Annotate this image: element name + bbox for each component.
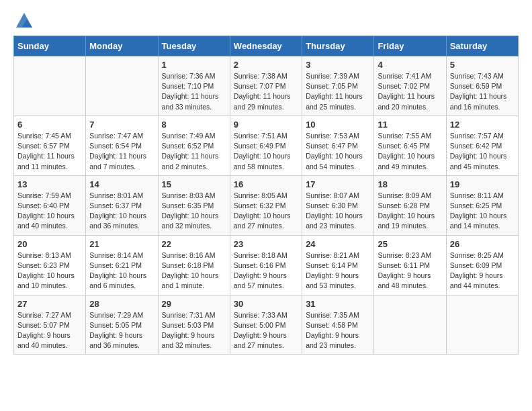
day-info: Sunrise: 8:11 AM Sunset: 6:25 PM Dayligh… — [450, 191, 515, 232]
calendar-cell: 27Sunrise: 7:27 AM Sunset: 5:07 PM Dayli… — [14, 295, 86, 355]
day-info: Sunrise: 7:47 AM Sunset: 6:54 PM Dayligh… — [89, 131, 154, 172]
calendar-cell: 13Sunrise: 7:59 AM Sunset: 6:40 PM Dayli… — [14, 175, 86, 235]
day-number: 30 — [234, 299, 298, 309]
day-header-friday: Friday — [374, 36, 446, 56]
calendar-cell: 14Sunrise: 8:01 AM Sunset: 6:37 PM Dayli… — [86, 175, 158, 235]
day-number: 11 — [378, 120, 442, 130]
calendar-cell — [86, 56, 158, 116]
day-info: Sunrise: 8:16 AM Sunset: 6:18 PM Dayligh… — [162, 250, 226, 291]
calendar-cell: 28Sunrise: 7:29 AM Sunset: 5:05 PM Dayli… — [86, 295, 158, 355]
calendar-cell: 8Sunrise: 7:49 AM Sunset: 6:52 PM Daylig… — [158, 116, 230, 175]
calendar-cell: 29Sunrise: 7:31 AM Sunset: 5:03 PM Dayli… — [158, 295, 230, 355]
day-info: Sunrise: 7:35 AM Sunset: 4:58 PM Dayligh… — [306, 310, 370, 351]
calendar-cell: 31Sunrise: 7:35 AM Sunset: 4:58 PM Dayli… — [302, 295, 374, 355]
day-number: 2 — [234, 60, 298, 70]
day-number: 7 — [89, 120, 154, 130]
day-info: Sunrise: 8:21 AM Sunset: 6:14 PM Dayligh… — [306, 250, 370, 291]
day-info: Sunrise: 7:33 AM Sunset: 5:00 PM Dayligh… — [234, 310, 298, 351]
calendar-cell — [374, 295, 446, 355]
calendar-cell: 23Sunrise: 8:18 AM Sunset: 6:16 PM Dayli… — [230, 235, 302, 295]
day-info: Sunrise: 8:03 AM Sunset: 6:35 PM Dayligh… — [162, 191, 226, 232]
week-row-4: 20Sunrise: 8:13 AM Sunset: 6:23 PM Dayli… — [14, 235, 519, 295]
day-number: 8 — [162, 120, 226, 130]
day-number: 13 — [17, 179, 82, 189]
day-info: Sunrise: 7:57 AM Sunset: 6:42 PM Dayligh… — [450, 131, 515, 172]
day-header-wednesday: Wednesday — [230, 36, 302, 56]
day-info: Sunrise: 7:27 AM Sunset: 5:07 PM Dayligh… — [17, 310, 82, 351]
calendar-cell: 6Sunrise: 7:45 AM Sunset: 6:57 PM Daylig… — [14, 116, 86, 175]
day-number: 17 — [306, 179, 370, 189]
day-number: 26 — [450, 239, 515, 249]
day-number: 10 — [306, 120, 370, 130]
calendar-cell: 5Sunrise: 7:43 AM Sunset: 6:59 PM Daylig… — [446, 56, 518, 116]
day-number: 24 — [306, 239, 370, 249]
day-number: 12 — [450, 120, 515, 130]
day-number: 25 — [378, 239, 442, 249]
calendar-cell: 15Sunrise: 8:03 AM Sunset: 6:35 PM Dayli… — [158, 175, 230, 235]
day-info: Sunrise: 7:53 AM Sunset: 6:47 PM Dayligh… — [306, 131, 370, 172]
day-info: Sunrise: 7:36 AM Sunset: 7:10 PM Dayligh… — [162, 71, 226, 112]
day-info: Sunrise: 7:51 AM Sunset: 6:49 PM Dayligh… — [234, 131, 298, 172]
day-number: 15 — [162, 179, 226, 189]
calendar-cell — [446, 295, 518, 355]
day-info: Sunrise: 7:49 AM Sunset: 6:52 PM Dayligh… — [162, 131, 226, 172]
calendar-cell: 24Sunrise: 8:21 AM Sunset: 6:14 PM Dayli… — [302, 235, 374, 295]
day-header-saturday: Saturday — [446, 36, 518, 56]
calendar-cell: 26Sunrise: 8:25 AM Sunset: 6:09 PM Dayli… — [446, 235, 518, 295]
day-info: Sunrise: 7:43 AM Sunset: 6:59 PM Dayligh… — [450, 71, 515, 112]
week-row-3: 13Sunrise: 7:59 AM Sunset: 6:40 PM Dayli… — [14, 175, 519, 235]
day-header-tuesday: Tuesday — [158, 36, 230, 56]
day-info: Sunrise: 7:38 AM Sunset: 7:07 PM Dayligh… — [234, 71, 298, 112]
day-info: Sunrise: 8:13 AM Sunset: 6:23 PM Dayligh… — [17, 250, 82, 291]
day-info: Sunrise: 8:14 AM Sunset: 6:21 PM Dayligh… — [89, 250, 154, 291]
day-number: 18 — [378, 179, 442, 189]
day-number: 27 — [17, 299, 82, 309]
calendar-cell: 4Sunrise: 7:41 AM Sunset: 7:02 PM Daylig… — [374, 56, 446, 116]
day-number: 16 — [234, 179, 298, 189]
day-number: 21 — [89, 239, 154, 249]
day-number: 23 — [234, 239, 298, 249]
calendar-table: SundayMondayTuesdayWednesdayThursdayFrid… — [13, 36, 519, 355]
calendar-cell: 21Sunrise: 8:14 AM Sunset: 6:21 PM Dayli… — [86, 235, 158, 295]
logo-icon — [15, 10, 34, 29]
day-info: Sunrise: 8:09 AM Sunset: 6:28 PM Dayligh… — [378, 191, 442, 232]
calendar-cell: 9Sunrise: 7:51 AM Sunset: 6:49 PM Daylig… — [230, 116, 302, 175]
day-info: Sunrise: 7:45 AM Sunset: 6:57 PM Dayligh… — [17, 131, 82, 172]
day-info: Sunrise: 8:23 AM Sunset: 6:11 PM Dayligh… — [378, 250, 442, 291]
logo — [13, 13, 34, 29]
day-info: Sunrise: 7:55 AM Sunset: 6:45 PM Dayligh… — [378, 131, 442, 172]
day-number: 9 — [234, 120, 298, 130]
day-number: 28 — [89, 299, 154, 309]
day-number: 14 — [89, 179, 154, 189]
calendar-cell: 30Sunrise: 7:33 AM Sunset: 5:00 PM Dayli… — [230, 295, 302, 355]
day-info: Sunrise: 7:31 AM Sunset: 5:03 PM Dayligh… — [162, 310, 226, 351]
day-info: Sunrise: 8:05 AM Sunset: 6:32 PM Dayligh… — [234, 191, 298, 232]
day-info: Sunrise: 8:01 AM Sunset: 6:37 PM Dayligh… — [89, 191, 154, 232]
calendar-cell: 19Sunrise: 8:11 AM Sunset: 6:25 PM Dayli… — [446, 175, 518, 235]
day-info: Sunrise: 7:39 AM Sunset: 7:05 PM Dayligh… — [306, 71, 370, 112]
calendar-cell: 11Sunrise: 7:55 AM Sunset: 6:45 PM Dayli… — [374, 116, 446, 175]
day-info: Sunrise: 7:59 AM Sunset: 6:40 PM Dayligh… — [17, 191, 82, 232]
day-number: 3 — [306, 60, 370, 70]
day-number: 4 — [378, 60, 442, 70]
calendar-cell — [14, 56, 86, 116]
calendar-cell: 22Sunrise: 8:16 AM Sunset: 6:18 PM Dayli… — [158, 235, 230, 295]
page-header — [13, 13, 519, 29]
day-number: 29 — [162, 299, 226, 309]
day-number: 20 — [17, 239, 82, 249]
header-row: SundayMondayTuesdayWednesdayThursdayFrid… — [14, 36, 519, 56]
day-number: 5 — [450, 60, 515, 70]
day-header-sunday: Sunday — [14, 36, 86, 56]
day-number: 6 — [17, 120, 82, 130]
week-row-5: 27Sunrise: 7:27 AM Sunset: 5:07 PM Dayli… — [14, 295, 519, 355]
day-info: Sunrise: 8:07 AM Sunset: 6:30 PM Dayligh… — [306, 191, 370, 232]
day-info: Sunrise: 7:29 AM Sunset: 5:05 PM Dayligh… — [89, 310, 154, 351]
calendar-cell: 20Sunrise: 8:13 AM Sunset: 6:23 PM Dayli… — [14, 235, 86, 295]
calendar-cell: 17Sunrise: 8:07 AM Sunset: 6:30 PM Dayli… — [302, 175, 374, 235]
calendar-cell: 16Sunrise: 8:05 AM Sunset: 6:32 PM Dayli… — [230, 175, 302, 235]
day-number: 19 — [450, 179, 515, 189]
calendar-cell: 7Sunrise: 7:47 AM Sunset: 6:54 PM Daylig… — [86, 116, 158, 175]
day-header-monday: Monday — [86, 36, 158, 56]
day-info: Sunrise: 7:41 AM Sunset: 7:02 PM Dayligh… — [378, 71, 442, 112]
calendar-cell: 1Sunrise: 7:36 AM Sunset: 7:10 PM Daylig… — [158, 56, 230, 116]
